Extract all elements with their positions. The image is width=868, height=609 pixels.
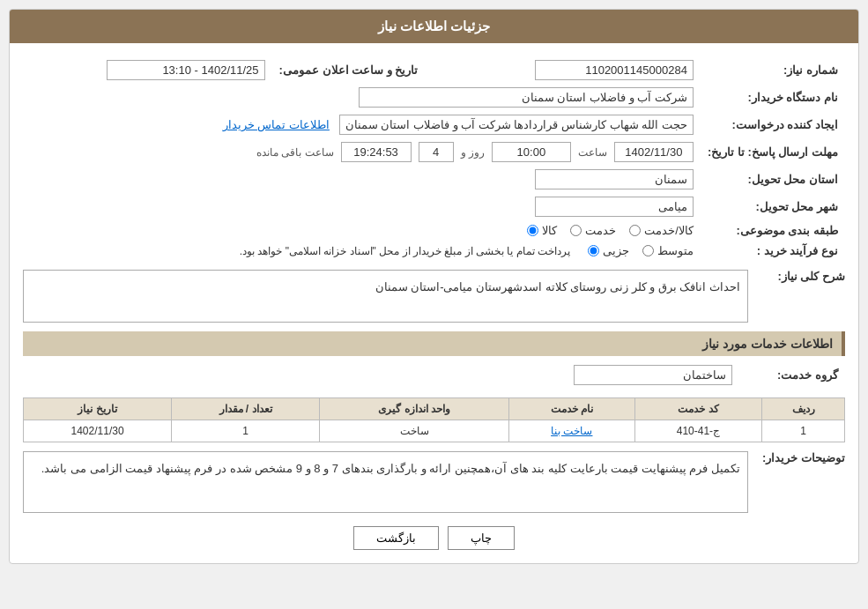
services-table: ردیف کد خدمت نام خدمت واحد اندازه گیری ت… [23, 397, 845, 442]
col-name: نام خدمت [509, 398, 634, 420]
category-option-kala[interactable]: کالا [527, 224, 557, 237]
deadline-remaining-label: ساعت باقی مانده [256, 146, 334, 159]
col-unit: واحد اندازه گیری [319, 398, 508, 420]
radio-small-label: جزیی [603, 244, 629, 257]
buyer-notes-value: تکمیل فرم پیشنهایت قیمت بارعایت کلیه بند… [23, 451, 748, 513]
deadline-remaining: 19:24:53 [341, 142, 412, 162]
category-radio-group: کالا/خدمت خدمت کالا [30, 224, 694, 237]
deadline-days-label: روز و [461, 146, 485, 159]
buyer-notes-label: توضیحات خریدار: [757, 451, 845, 464]
radio-kala[interactable] [527, 225, 538, 236]
deadline-date: 1402/11/30 [614, 142, 694, 162]
category-option-kala-khedmat[interactable]: کالا/خدمت [629, 224, 694, 237]
contact-link[interactable]: اطلاعات تماس خریدار [223, 118, 330, 131]
deadline-label: مهلت ارسال پاسخ: تا تاریخ: [701, 138, 845, 166]
buyer-org-label: نام دستگاه خریدار: [701, 84, 845, 111]
col-row: ردیف [762, 398, 845, 420]
buyer-org-value: شرکت آب و فاضلاب استان سمنان [359, 87, 694, 108]
cell-row: 1 [762, 420, 845, 442]
radio-kala-label: کالا [542, 224, 557, 237]
process-label: نوع فرآیند خرید : [701, 241, 845, 261]
radio-khedmat[interactable] [570, 225, 582, 236]
cell-quantity: 1 [172, 420, 320, 442]
need-desc-value: احداث انافک برق و کلر زنی روستای کلاته ا… [23, 270, 748, 323]
page-title: جزئیات اطلاعات نیاز [378, 19, 490, 33]
announcement-value: 1402/11/25 - 13:10 [107, 60, 265, 80]
radio-medium[interactable] [642, 245, 654, 256]
radio-small[interactable] [588, 245, 599, 256]
col-date: تاریخ نیاز [24, 398, 172, 420]
print-button[interactable]: چاپ [448, 526, 515, 550]
cell-code: ج-41-410 [634, 420, 762, 442]
cell-date: 1402/11/30 [24, 420, 172, 442]
province-label: استان محل تحویل: [701, 166, 845, 193]
service-group-table: گروه خدمت: ساختمان [23, 361, 845, 389]
service-group-value: ساختمان [574, 365, 732, 385]
radio-medium-label: متوسط [657, 244, 694, 257]
city-label: شهر محل تحویل: [701, 193, 845, 220]
category-label: طبقه بندی موضوعی: [701, 220, 845, 241]
process-note: پرداخت تمام یا بخشی از مبلغ خریدار از مح… [240, 245, 570, 257]
col-code: کد خدمت [634, 398, 762, 420]
announcement-label: تاریخ و ساعت اعلان عمومی: [272, 56, 426, 84]
need-desc-label: شرح کلی نیاز: [757, 270, 845, 283]
city-value: میامی [535, 197, 694, 217]
button-row: چاپ بازگشت [23, 526, 845, 550]
cell-name: ساخت بنا [509, 420, 634, 442]
table-row: 1 ج-41-410 ساخت بنا ساخت 1 1402/11/30 [24, 420, 845, 442]
main-card: جزئیات اطلاعات نیاز شماره نیاز: 11020011… [9, 9, 859, 564]
creator-value: حجت الله شهاب کارشناس قراردادها شرکت آب … [339, 115, 694, 135]
service-group-label: گروه خدمت: [739, 361, 845, 389]
process-option-small[interactable]: جزیی [588, 244, 629, 257]
process-radio-group: متوسط جزیی [588, 244, 694, 257]
category-option-khedmat[interactable]: خدمت [570, 224, 616, 237]
card-body: شماره نیاز: 1102001145000284 تاریخ و ساع… [10, 43, 858, 563]
info-table-top: شماره نیاز: 1102001145000284 تاریخ و ساع… [23, 56, 845, 261]
need-number-value: 1102001145000284 [535, 60, 694, 80]
creator-label: ایجاد کننده درخواست: [701, 111, 845, 138]
card-header: جزئیات اطلاعات نیاز [10, 10, 858, 43]
need-number-label: شماره نیاز: [701, 56, 845, 84]
deadline-time: 10:00 [492, 142, 571, 162]
process-option-medium[interactable]: متوسط [642, 244, 694, 257]
back-button[interactable]: بازگشت [353, 526, 439, 550]
radio-khedmat-label: خدمت [585, 224, 616, 237]
services-section-header: اطلاعات خدمات مورد نیاز [23, 331, 845, 356]
deadline-time-label: ساعت [578, 146, 607, 159]
province-value: سمنان [535, 169, 694, 189]
page-wrapper: جزئیات اطلاعات نیاز شماره نیاز: 11020011… [0, 0, 868, 573]
col-qty: تعداد / مقدار [172, 398, 320, 420]
radio-kala-khedmat[interactable] [629, 225, 641, 236]
deadline-days: 4 [419, 142, 454, 162]
radio-kala-khedmat-label: کالا/خدمت [644, 224, 694, 237]
cell-unit: ساخت [319, 420, 508, 442]
